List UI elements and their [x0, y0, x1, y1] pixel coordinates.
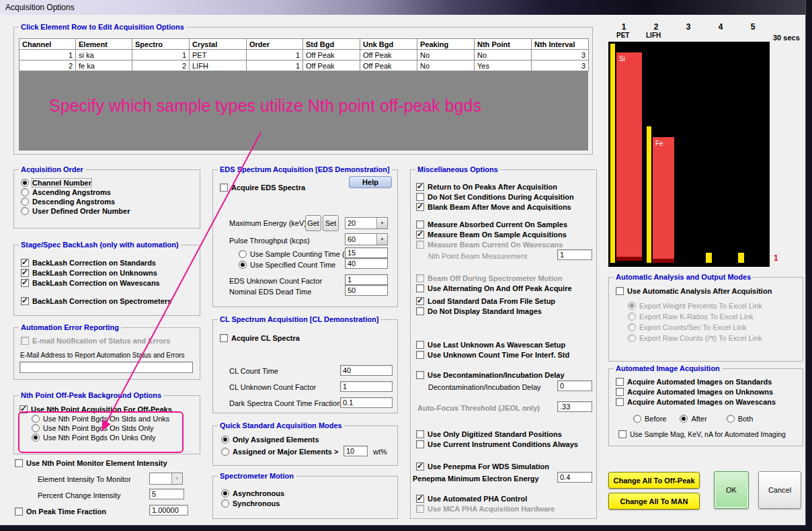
- cell-channel[interactable]: 1: [19, 50, 76, 60]
- radio-export-counts-sec-to-excel-link: Export Counts/Sec To Excel Link: [628, 322, 762, 333]
- radio-before[interactable]: Before: [633, 413, 666, 423]
- cell-channel[interactable]: 2: [19, 60, 76, 71]
- cell-crystal[interactable]: LIFH: [190, 60, 247, 71]
- element-table-row-2[interactable]: 2fe ka2LIFH1Off PeakOff PeakNoYes3: [19, 60, 589, 71]
- cell-nth-point[interactable]: Yes: [475, 60, 532, 71]
- checkbox-acquire-eds-spectra[interactable]: Acquire EDS Spectra: [220, 182, 305, 192]
- eds-dead-time-input[interactable]: 50: [345, 285, 388, 296]
- radio-user-defined-order-number[interactable]: User Defined Order Number: [21, 206, 130, 216]
- radio-synchronous[interactable]: Synchronous: [221, 498, 284, 508]
- eds-unknown-count-factor-input[interactable]: 1: [345, 274, 388, 285]
- checkbox-acquire-automated-images-on-standards[interactable]: Acquire Automated Images on Standards: [616, 376, 776, 386]
- radio-use-specified-count-time[interactable]: Use Specified Count Time: [239, 259, 335, 270]
- checkbox-use-automated-pha-control[interactable]: Use Automated PHA Control: [416, 493, 555, 503]
- checkbox-backlash-correction-on-spectrometers[interactable]: BackLash Correction on Spectrometers: [21, 296, 171, 306]
- element-table-row-1[interactable]: 1si ka1PET1Off PeakOff PeakNoNo3: [19, 50, 589, 60]
- cell-nth-point[interactable]: No: [475, 50, 532, 60]
- cell-order[interactable]: 1: [247, 50, 303, 60]
- checkbox-load-standard-data-from-file-setup[interactable]: Load Standard Data From File Setup: [416, 296, 555, 306]
- change-all-offpeak-button[interactable]: Change All To Off-Peak: [608, 472, 700, 489]
- radio-use-sample-counting-time[interactable]: Use Sample Counting Time (est.): [239, 249, 359, 259]
- checkbox-acquire-cl-spectra[interactable]: Acquire CL Spectra: [220, 333, 300, 343]
- max-energy-combo[interactable]: 20 ▾: [345, 217, 388, 229]
- checkbox-use-last-unknown-as-wavescan-setup[interactable]: Use Last Unknown As Wavescan Setup: [416, 339, 569, 350]
- cell-peaking[interactable]: No: [417, 50, 475, 60]
- radio-assigned-or-major-elements[interactable]: Assigned or Major Elements >: [221, 446, 338, 456]
- checkbox-backlash-correction-on-unknowns[interactable]: BackLash Correction on Unknowns: [21, 268, 171, 278]
- percent-change-input[interactable]: 5: [149, 489, 184, 499]
- radio-icon: [633, 415, 641, 423]
- cell-order[interactable]: 1: [247, 60, 303, 71]
- misc-options-4: Load Standard Data From File SetupDo Not…: [416, 296, 555, 316]
- radio-both[interactable]: Both: [727, 413, 754, 423]
- cell-std-bgd[interactable]: Off Peak: [303, 60, 360, 71]
- checkbox-acquire-automated-images-on-unknowns[interactable]: Acquire Automated Images on Unknowns: [616, 386, 776, 397]
- checkbox-use-penepma-for-wds-simulation[interactable]: Use Penepma For WDS Simulation: [416, 461, 549, 471]
- element-table-body: 1si ka1PET1Off PeakOff PeakNoNo32fe ka2L…: [19, 50, 589, 71]
- checkbox-backlash-correction-on-standards[interactable]: BackLash Correction on Standards: [21, 257, 171, 268]
- checkbox-use-sample-mag[interactable]: Use Sample Mag, KeV, nA for Automated Im…: [618, 429, 786, 439]
- penepma-min-energy-input[interactable]: 0.4: [557, 472, 592, 483]
- radio-ascending-angstroms[interactable]: Ascending Angstroms: [21, 188, 130, 197]
- radio-descending-angstroms[interactable]: Descending Angstroms: [21, 197, 130, 206]
- ok-button[interactable]: OK: [714, 471, 749, 509]
- chevron-down-icon: ▾: [376, 234, 387, 245]
- major-threshold-input[interactable]: 10: [343, 446, 368, 456]
- checkbox-do-not-set-conditions-during-acquisition[interactable]: Do Not Set Conditions During Acquisition: [416, 192, 574, 202]
- titlebar[interactable]: Acquisition Options: [0, 0, 805, 15]
- option-label: Channel Number: [32, 179, 91, 187]
- dark-spectra-fraction-input[interactable]: 0.1: [340, 397, 393, 408]
- cell-element[interactable]: si ka: [76, 50, 132, 60]
- checkbox-use-alternating-on-and-off-peak-acquire[interactable]: Use Alternating On And Off Peak Acquire: [416, 283, 572, 293]
- cell-nth-interval[interactable]: 3: [532, 50, 589, 60]
- option-label: BackLash Correction on Standards: [32, 259, 156, 267]
- change-all-man-button[interactable]: Change All To MAN: [608, 493, 700, 509]
- pulse-throughput-combo[interactable]: 60 ▾: [345, 233, 388, 245]
- help-button[interactable]: Help: [349, 176, 392, 188]
- checkbox-use-unknown-count-time-for-interf-std[interactable]: Use Unknown Count Time For Interf. Std: [416, 350, 569, 360]
- radio-after[interactable]: After: [680, 413, 706, 423]
- cell-unk-bgd[interactable]: Off Peak: [360, 50, 417, 60]
- checkbox-use-only-digitized-standard-positions[interactable]: Use Only Digitized Standard Positions: [416, 429, 578, 439]
- checkbox-use-nth-point-monitor[interactable]: Use Nth Point Monitor Element Intensity: [15, 458, 167, 468]
- autofocus-threshold-input[interactable]: .33: [557, 401, 592, 412]
- specified-count-time-input[interactable]: 40: [345, 258, 388, 269]
- radio-channel-number[interactable]: Channel Number: [21, 178, 130, 188]
- nth-point-beam-input: 1: [557, 249, 592, 260]
- checkbox-use-current-instrument-conditions-always[interactable]: Use Current Instrument Conditions Always: [416, 439, 578, 449]
- option-label: Do Not Set Conditions During Acquisition: [428, 193, 574, 201]
- checkbox-backlash-correction-on-wavescans[interactable]: BackLash Correction on Wavescans: [21, 278, 171, 288]
- cell-spectro[interactable]: 1: [132, 50, 190, 60]
- on-peak-fraction-input[interactable]: 1.00000: [149, 505, 188, 516]
- checkbox-on-peak-time-fraction[interactable]: On Peak Time Fraction: [15, 506, 106, 516]
- checkbox-use-decontamination-incubation-delay[interactable]: Use Decontamination/Incubation Delay: [416, 370, 565, 380]
- checkbox-do-not-display-standard-images[interactable]: Do Not Display Standard Images: [416, 306, 555, 316]
- option-label: Use Only Digitized Standard Positions: [428, 430, 562, 438]
- checkbox-blank-beam-after-move-and-acquisitions[interactable]: Blank Beam After Move and Acquisitions: [416, 202, 574, 212]
- sample-count-time-input[interactable]: 15: [345, 247, 388, 258]
- radio-asynchronous[interactable]: Asynchronous: [221, 488, 284, 498]
- cell-crystal[interactable]: PET: [190, 50, 247, 60]
- radio-icon: [21, 179, 29, 187]
- cell-unk-bgd[interactable]: Off Peak: [360, 60, 417, 71]
- cl-group: CL Spectrum Acquisition [CL Demonstratio…: [212, 319, 398, 413]
- cl-unknown-count-factor-input[interactable]: 1: [340, 381, 393, 392]
- checkbox-measure-beam-on-sample-acquisitions[interactable]: Measure Beam On Sample Acquisitions: [416, 229, 567, 239]
- cl-count-time-input[interactable]: 40: [340, 365, 393, 376]
- option-label: Do Not Display Standard Images: [428, 307, 542, 315]
- radio-only-assigned-elements[interactable]: Only Assigned Elements: [221, 434, 319, 444]
- checkbox-acquire-automated-images-on-wavescans[interactable]: Acquire Automated Images on Wavescans: [616, 397, 776, 407]
- email-address-input[interactable]: [19, 362, 193, 373]
- decon-delay-input[interactable]: 0: [557, 380, 592, 391]
- cell-peaking[interactable]: No: [417, 60, 475, 71]
- cell-std-bgd[interactable]: Off Peak: [303, 50, 360, 60]
- checkbox-return-to-on-peaks-after-acquisition[interactable]: Return to On Peaks After Acquisition: [416, 181, 574, 192]
- set-button[interactable]: Set: [323, 215, 339, 231]
- cell-element[interactable]: fe ka: [76, 60, 132, 71]
- checkbox-use-automatic-analysis[interactable]: Use Automatic Analysis After Acquisition: [616, 286, 772, 296]
- checkbox-measure-absorbed-current-on-samples[interactable]: Measure Absorbed Current On Samples: [416, 219, 567, 229]
- cancel-button[interactable]: Cancel: [758, 471, 801, 509]
- cell-nth-interval[interactable]: 3: [532, 60, 589, 71]
- cell-spectro[interactable]: 2: [132, 60, 190, 71]
- get-button[interactable]: Get: [305, 215, 321, 231]
